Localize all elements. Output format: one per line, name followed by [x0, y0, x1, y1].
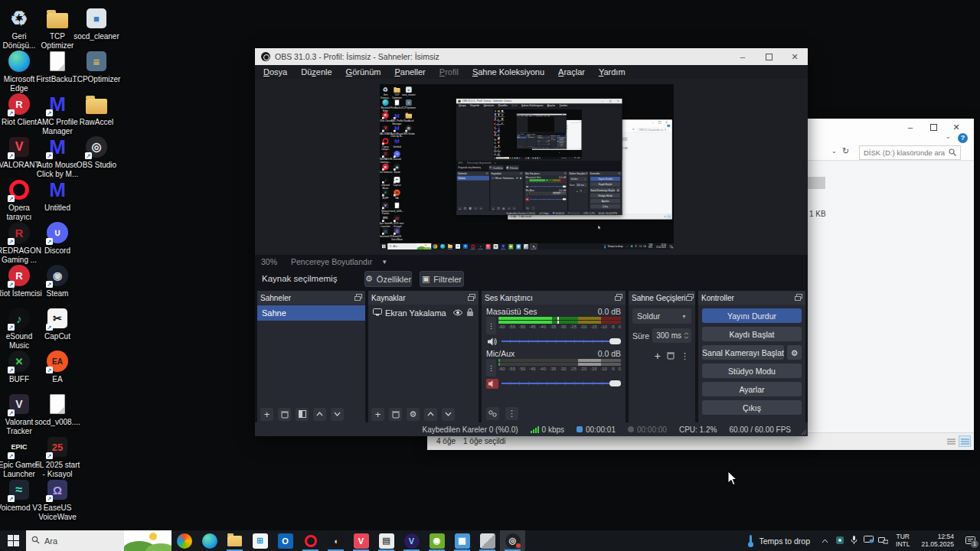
language-indicator[interactable]: TURINTL: [647, 244, 655, 249]
notification-center-icon[interactable]: 1: [960, 530, 980, 551]
taskbar-icon-blue-app[interactable]: ▦: [449, 530, 475, 551]
explorer-search-input[interactable]: DİSK (D:) klasöründe ara: [638, 128, 668, 132]
popout-icon[interactable]: [564, 172, 567, 174]
weather-tray-widget[interactable]: Temps to drop: [602, 245, 625, 249]
preview-fit-dropdown-icon[interactable]: ▼: [381, 259, 387, 266]
menu-paneller[interactable]: Paneller: [387, 65, 432, 79]
desktop-icon-socd-doc[interactable]: socd_v008....: [33, 392, 82, 427]
popout-icon[interactable]: [795, 294, 802, 302]
desktop-icon-easeus-voicewave[interactable]: Ω↗EaseUS VoiceWave: [497, 152, 501, 156]
gear-icon[interactable]: ⚙: [501, 207, 505, 210]
desktop-icon-untitled[interactable]: MUntitled: [390, 138, 404, 148]
menu-düzenle[interactable]: Düzenle: [294, 65, 338, 79]
preview-fit-label[interactable]: Pencereye Boyutlandır: [467, 161, 492, 165]
start-button[interactable]: [0, 530, 26, 551]
menu-dosya[interactable]: Dosya: [256, 65, 294, 79]
taskbar-icon-obs[interactable]: ◎: [530, 243, 537, 249]
speaker-icon[interactable]: [526, 185, 530, 188]
desktop-icon-tcpoptimizer-app[interactable]: ≡TCPOptimizer: [500, 114, 505, 117]
address-dropdown-icon[interactable]: ⌄: [629, 129, 631, 131]
mixer-settings-icon[interactable]: [526, 206, 530, 210]
taskbar-icon-nvidia[interactable]: ◉: [424, 530, 449, 551]
clock[interactable]: 12:54 21.05.2025: [915, 533, 960, 548]
channel-menu-icon[interactable]: ⋮: [486, 359, 496, 377]
ribbon-collapse-icon[interactable]: ⌄: [945, 132, 951, 140]
desktop-icon-steam[interactable]: ◉↗Steam: [497, 133, 501, 136]
resize-grip[interactable]: [566, 148, 567, 148]
mic-muted-icon[interactable]: [526, 197, 530, 201]
popout-icon[interactable]: [618, 172, 620, 174]
resize-grip[interactable]: [620, 213, 622, 214]
taskbar-icon-gray-app[interactable]: [475, 530, 500, 551]
desktop-icon-rawaccel[interactable]: RawAccel: [72, 92, 121, 127]
desktop-icon-tcpoptimizer-app[interactable]: ≡TCPOptimizer: [401, 99, 416, 109]
taskbar-icon-file-explorer[interactable]: [446, 243, 454, 249]
control-button-yayını-durdur[interactable]: Yayını Durdur: [590, 177, 620, 181]
control-button-stüdyo-modu[interactable]: Stüdyo Modu: [702, 364, 802, 378]
control-button-stüdyo-modu[interactable]: Stüdyo Modu: [590, 194, 620, 198]
desktop-icon-capcut[interactable]: ✂↗CapCut: [497, 137, 501, 140]
desktop-icon-socd-cleaner[interactable]: ■socd_cleaner: [500, 110, 505, 113]
help-icon[interactable]: ?: [958, 133, 968, 143]
scene-item-selected[interactable]: Sahne: [257, 305, 365, 321]
volume-slider[interactable]: [501, 337, 621, 345]
desktop-icon-capcut[interactable]: ✂↗CapCut: [390, 176, 404, 187]
preview-fit-label[interactable]: Pencereye Boyutlandır: [291, 257, 372, 266]
duplicate-icon[interactable]: [469, 207, 472, 210]
menu-araçlar[interactable]: Araçlar: [551, 65, 592, 79]
virtual-camera-settings-icon[interactable]: ⚙: [787, 345, 802, 360]
desktop-icon-socd-cleaner[interactable]: ■socd_cleaner: [401, 86, 416, 96]
desktop-icon-rawaccel[interactable]: RawAccel: [401, 112, 416, 122]
filters-button[interactable]: ▣ Filtreler: [420, 271, 464, 287]
desktop-icon-obs-studio[interactable]: ◎↗OBS Studio: [500, 122, 505, 125]
taskbar-search[interactable]: Ara: [387, 243, 431, 249]
volume-slider[interactable]: [531, 185, 567, 187]
transition-select[interactable]: Soldur ▼: [632, 308, 691, 324]
source-item[interactable]: Ekran Yakalama: [368, 305, 479, 321]
refresh-icon[interactable]: ↻: [842, 146, 849, 156]
gear-icon[interactable]: ⚙: [407, 408, 420, 421]
menu-yardım[interactable]: Yardım: [592, 65, 632, 79]
obs-titlebar[interactable]: OBS 31.0.3 - Profil: İsimsiz - Sahneler:…: [456, 99, 622, 104]
trash-icon[interactable]: [389, 408, 402, 421]
desktop-icon-rawaccel[interactable]: RawAccel: [500, 118, 505, 121]
control-button-çıkış[interactable]: Çıkış: [702, 400, 802, 415]
popout-icon[interactable]: [615, 294, 622, 302]
channel-menu-icon[interactable]: ⋮: [526, 192, 529, 197]
volume-slider[interactable]: [501, 380, 621, 387]
filters-button[interactable]: ▣ Filtreler: [505, 165, 518, 170]
taskbar-icon-opera[interactable]: [298, 530, 323, 551]
desktop-icon-steam[interactable]: ◉↗Steam: [390, 163, 404, 174]
desktop-icon-socd-cleaner[interactable]: ■socd_cleaner: [72, 6, 121, 41]
plus-icon[interactable]: +: [371, 408, 384, 421]
desktop-icon-fl-2025[interactable]: 25↗FL 2025 start - Kısayol: [33, 435, 82, 478]
obs-maximize-button[interactable]: [606, 99, 614, 104]
source-item[interactable]: Ekran Yakalama: [490, 176, 523, 181]
taskbar-icon-outlook[interactable]: O: [462, 243, 469, 249]
plus-icon[interactable]: +: [260, 408, 273, 421]
mic-muted-icon[interactable]: [486, 379, 498, 389]
taskbar-icon-gray-app[interactable]: [522, 243, 530, 249]
taskbar-icon-window-app[interactable]: ▤: [492, 243, 499, 249]
lock-icon[interactable]: [466, 308, 474, 318]
taskbar-icon-dark-app[interactable]: ◖: [323, 530, 348, 551]
tray-app-icon[interactable]: [832, 536, 847, 546]
desktop-icon-tcpoptimizer-app[interactable]: ≡TCPOptimizer: [72, 49, 121, 84]
trash-icon[interactable]: [278, 408, 291, 421]
scene-item-selected[interactable]: Sahne: [517, 137, 527, 139]
transition-select[interactable]: Soldur ▼: [570, 177, 587, 181]
duration-spinbox[interactable]: 300 ms: [652, 328, 691, 343]
properties-button[interactable]: ⚙ Özellikler: [489, 165, 504, 170]
list-view-button[interactable]: [945, 435, 957, 447]
details-view-button[interactable]: [668, 215, 671, 219]
desktop-icon-fl-2025[interactable]: 25↗FL 2025 start - Kısayol: [390, 214, 404, 227]
taskbar-icon-nvidia[interactable]: ◉: [507, 243, 514, 249]
speaker-icon[interactable]: [486, 337, 498, 347]
lock-icon[interactable]: [536, 137, 537, 138]
desktop-icon-discord[interactable]: ∪↗Discord: [390, 150, 404, 161]
taskbar-icon-edge[interactable]: [197, 530, 222, 551]
desktop-icon-untitled[interactable]: MUntitled: [497, 126, 501, 129]
down-icon[interactable]: [331, 408, 344, 421]
source-item[interactable]: Ekran Yakalama: [527, 137, 537, 139]
preview-fit-dropdown-icon[interactable]: ▼: [494, 161, 495, 164]
